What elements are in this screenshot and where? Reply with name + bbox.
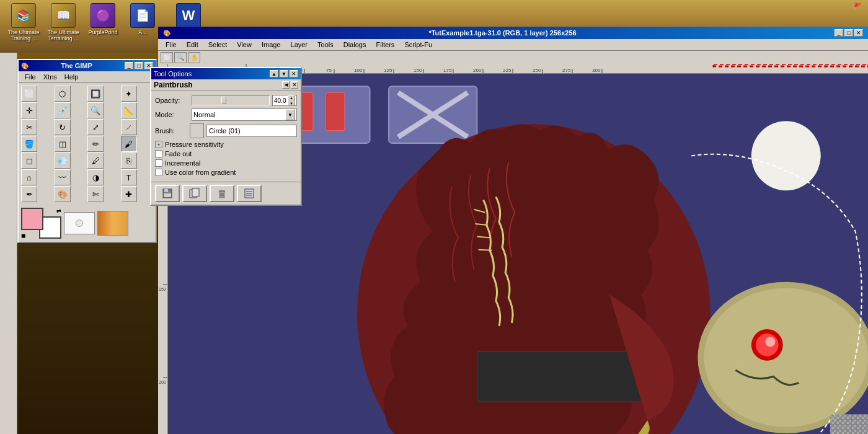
image-menu-scriptfu[interactable]: Script-Fu [399,40,437,49]
tool-by-color[interactable]: 🎨 [55,186,71,202]
tool-options-close[interactable]: ✕ [290,70,298,78]
gimp-colors-section: ⇄ ◼ [19,205,156,242]
gimp-image-maximize[interactable]: □ [844,29,853,37]
tool-move[interactable]: ✛ [21,102,37,118]
opacity-up-arrow[interactable]: ▲ [288,95,295,100]
image-menu-view[interactable]: View [232,40,257,49]
gimp-image-title-icon: 🎨 [163,30,170,37]
image-menu-layer[interactable]: Layer [286,40,313,49]
tool-heal[interactable]: ✚ [121,186,137,202]
mode-row: Mode: Normal ▼ [155,108,297,121]
image-menu-image[interactable]: Image [257,40,286,49]
tool-options-controls: ▲ ▼ ✕ [270,70,298,78]
gimp-menu-help[interactable]: Help [61,73,82,81]
gimp-image-minimize[interactable]: _ [835,29,843,37]
tool-zoom[interactable]: 🔍 [87,102,104,118]
svg-text:250: 250 [533,68,541,73]
tool-options-minimize[interactable]: ▲ [270,70,278,78]
tool-ink[interactable]: 🖊 [87,153,104,169]
tool-scale[interactable]: ⤢ [87,119,104,135]
mode-dropdown[interactable]: Normal ▼ [192,108,297,121]
image-menu-file[interactable]: File [161,40,182,49]
opacity-slider-thumb[interactable] [221,97,226,104]
gimp-image-close[interactable]: ✕ [854,29,863,37]
gimp-menu-xtns[interactable]: Xtns [40,73,61,81]
paintbrush-close[interactable]: ✕ [291,81,298,89]
tool-free-select[interactable]: 🔲 [87,86,104,102]
left-sidebar [0,53,17,434]
tool-bucket-fill[interactable]: 🪣 [21,136,37,152]
paintbrush-tool-name: Paintbrush [154,81,193,89]
brush-preview-small[interactable] [190,123,204,138]
opacity-slider[interactable] [192,95,270,105]
tool-blend[interactable]: ◫ [55,136,71,152]
foreground-color-swatch[interactable] [21,208,43,230]
tool-options-restore[interactable]: ▼ [280,70,288,78]
tool-smudge[interactable]: 〰 [55,169,71,185]
tool-crop[interactable]: ✂ [21,119,37,135]
brush-name-input[interactable] [206,125,297,137]
svg-text:275: 275 [562,68,571,73]
brush-label: Brush: [155,127,187,135]
taskbar-icon-4[interactable]: 📄 A... [124,3,161,50]
flag-icon: 🚩 [853,2,866,15]
to-btn-delete[interactable] [210,185,234,202]
to-btn-copy[interactable] [182,185,207,202]
taskbar-icon-2[interactable]: 📖 The UltimateTerraining ... [45,3,82,50]
image-menu-filters[interactable]: Filters [371,40,399,49]
tool-pencil[interactable]: ✏ [87,136,104,152]
tool-airbrush[interactable]: 💨 [55,153,71,169]
gimp-maximize-btn[interactable]: □ [135,62,143,69]
svg-point-65 [751,121,821,190]
image-menu-dialogs[interactable]: Dialogs [339,40,371,49]
incremental-checkbox[interactable] [155,159,162,167]
tool-color-picker[interactable]: 💉 [55,102,71,118]
taskbar-icon-1[interactable]: 📚 The Ultimate Training ... [5,3,42,50]
opacity-down-arrow[interactable]: ▼ [288,100,295,106]
gimp-image-controls: _ □ ✕ [835,29,863,37]
tool-rect-select[interactable]: ⬜ [21,86,37,102]
gimp-menu-file[interactable]: File [21,73,40,81]
pressure-expand-btn[interactable]: + [155,141,162,148]
svg-marker-5 [219,190,225,192]
toolbar-btn-3[interactable]: ✋ [188,52,200,63]
tool-text[interactable]: T [121,169,137,185]
opacity-spin-arrows: ▲ ▼ [288,95,295,106]
image-menu-tools[interactable]: Tools [312,40,339,49]
swap-colors-icon[interactable]: ⇄ [56,208,61,214]
svg-text:125: 125 [384,68,392,73]
tool-convolve[interactable]: ⌂ [21,169,37,185]
brush-row: Brush: [155,123,297,138]
tool-rotate[interactable]: ↻ [55,119,71,135]
save-icon [161,187,174,200]
image-menu-select[interactable]: Select [203,40,232,49]
paintbrush-shrink[interactable]: ◀ [282,81,290,89]
tool-paths[interactable]: ✒ [21,186,37,202]
fadeout-checkbox[interactable] [155,150,162,157]
tool-clone[interactable]: ⎘ [121,153,137,169]
tool-scissors[interactable]: ✄ [87,186,104,202]
opacity-spinbox: 40.0 ▲ ▼ [272,95,297,106]
tool-shear[interactable]: ⟋ [121,119,137,135]
tool-eraser[interactable]: ◻ [21,153,37,169]
tool-paintbrush[interactable]: 🖌 [121,136,137,152]
tool-ellipse-select[interactable]: ⬡ [55,86,71,102]
to-btn-save[interactable] [155,185,180,202]
tool-measure[interactable]: 📐 [121,102,137,118]
taskbar-icon-3[interactable]: 🟣 PurplePond [84,3,122,50]
tool-fuzzy-select[interactable]: ✦ [121,86,137,102]
to-btn-reset[interactable] [237,185,262,202]
toolbar-btn-2[interactable]: 🔍 [174,52,187,63]
mode-dropdown-arrow[interactable]: ▼ [285,109,295,120]
image-menu-edit[interactable]: Edit [182,40,203,49]
toolbar-btn-1[interactable]: ⬜ [161,52,173,63]
icon-img-2: 📖 [51,3,76,28]
tool-options-titlebar: Tool Options ▲ ▼ ✕ [151,68,301,79]
svg-rect-71 [477,352,653,402]
default-colors-icon[interactable]: ◼ [21,232,25,239]
tool-dodge[interactable]: ◑ [87,169,104,185]
icon-label-3: PurplePond [88,29,117,35]
use-color-checkbox[interactable] [155,169,162,176]
gimp-minimize-btn[interactable]: _ [125,62,133,69]
pressure-row[interactable]: + Pressure sensitivity [155,141,297,148]
